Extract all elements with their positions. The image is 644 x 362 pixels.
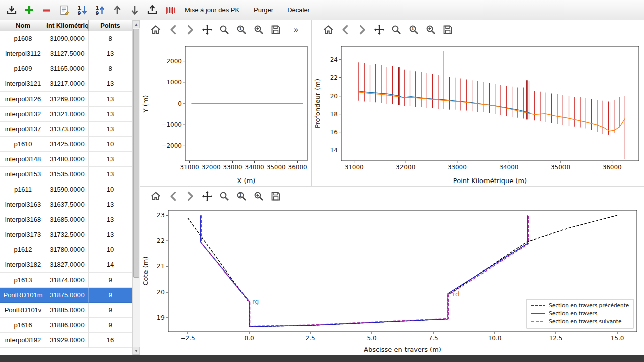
import-button[interactable] bbox=[5, 4, 18, 17]
scrollbar-track[interactable] bbox=[133, 28, 140, 347]
cell-points[interactable]: 13 bbox=[89, 167, 132, 182]
zoom-one-button[interactable]: 1 bbox=[235, 24, 248, 36]
cell-nom[interactable]: interpol3112 bbox=[0, 46, 46, 61]
table-row[interactable]: interpol316831685.000013 bbox=[0, 212, 132, 227]
cell-points[interactable]: 13 bbox=[89, 107, 132, 122]
cell-nom[interactable]: interpol3121 bbox=[0, 76, 46, 92]
table-row[interactable]: interpol312131217.000013 bbox=[0, 76, 132, 92]
table-row[interactable]: interpol316331637.500013 bbox=[0, 197, 132, 212]
forward-button[interactable] bbox=[184, 24, 196, 36]
cell-points[interactable]: 10 bbox=[89, 242, 132, 257]
zoom-button[interactable] bbox=[218, 24, 230, 36]
cell-pk[interactable]: 31875.0000 bbox=[46, 288, 89, 303]
sort-descending-button[interactable]: 19 bbox=[93, 4, 106, 17]
table-row[interactable]: p161231780.000010 bbox=[0, 242, 132, 257]
cell-points[interactable]: 16 bbox=[89, 333, 132, 348]
column-header-pk[interactable]: Point Kilométrique bbox=[46, 20, 89, 31]
column-header-nom[interactable]: Nom bbox=[0, 20, 46, 31]
cell-pk[interactable]: 31874.0000 bbox=[46, 273, 89, 288]
cell-points[interactable]: 8 bbox=[89, 31, 132, 46]
table-row[interactable]: interpol311231127.500013 bbox=[0, 46, 132, 61]
zoom-in-button[interactable] bbox=[425, 24, 437, 36]
save-button[interactable] bbox=[270, 24, 282, 36]
zoom-button[interactable] bbox=[218, 190, 230, 202]
add-row-button[interactable] bbox=[23, 4, 36, 17]
back-button[interactable] bbox=[167, 190, 179, 202]
cell-nom[interactable]: interpol3137 bbox=[0, 122, 46, 137]
cell-nom[interactable]: interpol3168 bbox=[0, 212, 46, 227]
cell-pk[interactable]: 31480.0000 bbox=[46, 152, 89, 167]
cell-pk[interactable]: 31885.0000 bbox=[46, 303, 89, 318]
cell-points[interactable]: 13 bbox=[89, 152, 132, 167]
toolbar-overflow-chevron[interactable]: » bbox=[294, 25, 298, 34]
cell-nom[interactable]: p1612 bbox=[0, 242, 46, 257]
save-button[interactable] bbox=[270, 190, 282, 202]
table-row[interactable]: interpol314831480.000013 bbox=[0, 152, 132, 167]
zoom-one-button[interactable]: 1 bbox=[235, 190, 248, 202]
pan-button[interactable] bbox=[201, 24, 213, 36]
cell-pk[interactable]: 31373.0000 bbox=[46, 122, 89, 137]
back-button[interactable] bbox=[167, 24, 179, 36]
cell-pk[interactable]: 31929.0000 bbox=[46, 333, 89, 348]
cell-points[interactable]: 9 bbox=[89, 318, 132, 333]
cell-pk[interactable]: 31637.5000 bbox=[46, 197, 89, 212]
cell-nom[interactable]: p1611 bbox=[0, 182, 46, 197]
cell-nom[interactable]: p1609 bbox=[0, 61, 46, 76]
home-button[interactable] bbox=[150, 24, 162, 36]
cell-nom[interactable]: p1616 bbox=[0, 318, 46, 333]
cell-nom[interactable]: interpol3148 bbox=[0, 152, 46, 167]
cell-points[interactable]: 14 bbox=[89, 257, 132, 273]
plan-chart[interactable]: 310003200033000340003500036000−2000−1000… bbox=[140, 39, 312, 186]
table-row[interactable]: p161131590.000010 bbox=[0, 182, 132, 197]
table-row[interactable]: interpol319231929.000016 bbox=[0, 333, 132, 348]
cell-nom[interactable]: interpol3173 bbox=[0, 227, 46, 242]
profile-chart[interactable]: 3100032000330003400035000360001416182022… bbox=[312, 39, 644, 186]
cell-points[interactable]: 10 bbox=[89, 182, 132, 197]
cross-section-chart[interactable]: rgrd−2.50.02.55.07.510.012.515.019202122… bbox=[140, 205, 644, 355]
table-scrollbar[interactable]: ▲ ▼ bbox=[132, 20, 140, 355]
table-row[interactable]: interpol313731373.000013 bbox=[0, 122, 132, 137]
cell-pk[interactable]: 31165.0000 bbox=[46, 61, 89, 76]
cell-pk[interactable]: 31685.0000 bbox=[46, 212, 89, 227]
table-row[interactable]: p161631886.00009 bbox=[0, 318, 132, 333]
cell-points[interactable]: 13 bbox=[89, 92, 132, 107]
zoom-in-button[interactable] bbox=[253, 190, 265, 202]
pan-button[interactable] bbox=[201, 190, 213, 202]
table-row[interactable]: p161331874.00009 bbox=[0, 273, 132, 288]
cell-pk[interactable]: 31590.0000 bbox=[46, 182, 89, 197]
cell-points[interactable]: 10 bbox=[89, 137, 132, 152]
table-row[interactable]: interpol315331535.000013 bbox=[0, 167, 132, 182]
cell-points[interactable]: 9 bbox=[89, 273, 132, 288]
table-row[interactable]: interpol312631269.000013 bbox=[0, 92, 132, 107]
table-row[interactable]: PontRD101m31875.00009 bbox=[0, 288, 132, 303]
cell-nom[interactable]: interpol3126 bbox=[0, 92, 46, 107]
cell-nom[interactable]: interpol3132 bbox=[0, 107, 46, 122]
back-button[interactable] bbox=[339, 24, 351, 36]
cell-nom[interactable]: p1613 bbox=[0, 273, 46, 288]
zoom-one-button[interactable]: 1 bbox=[408, 24, 420, 36]
cell-points[interactable]: 13 bbox=[89, 76, 132, 92]
profile-plot-canvas[interactable]: 3100032000330003400035000360001416182022… bbox=[312, 39, 644, 186]
table-row[interactable]: p160831090.00008 bbox=[0, 31, 132, 46]
forward-button[interactable] bbox=[356, 24, 368, 36]
sections-button[interactable] bbox=[164, 4, 177, 17]
cell-pk[interactable]: 31090.0000 bbox=[46, 31, 89, 46]
section-plot-canvas[interactable]: rgrd−2.50.02.55.07.510.012.515.019202122… bbox=[140, 205, 644, 355]
cell-points[interactable]: 8 bbox=[89, 61, 132, 76]
home-button[interactable] bbox=[322, 24, 334, 36]
scroll-up-button[interactable]: ▲ bbox=[133, 20, 140, 28]
shift-button[interactable]: Décaler bbox=[286, 4, 311, 16]
update-pk-button[interactable]: Mise à jour des PK bbox=[184, 4, 240, 16]
cell-nom[interactable]: p1608 bbox=[0, 31, 46, 46]
cell-pk[interactable]: 31425.0000 bbox=[46, 137, 89, 152]
cell-points[interactable]: 13 bbox=[89, 122, 132, 137]
column-header-points[interactable]: Points bbox=[89, 20, 132, 31]
cell-pk[interactable]: 31732.5000 bbox=[46, 227, 89, 242]
table-row[interactable]: interpol318231827.000014 bbox=[0, 257, 132, 273]
pan-button[interactable] bbox=[373, 24, 385, 36]
cell-points[interactable]: 13 bbox=[89, 197, 132, 212]
cell-pk[interactable]: 31827.0000 bbox=[46, 257, 89, 273]
cell-nom[interactable]: interpol3192 bbox=[0, 333, 46, 348]
export-button[interactable] bbox=[146, 4, 159, 17]
cell-points[interactable]: 13 bbox=[89, 212, 132, 227]
